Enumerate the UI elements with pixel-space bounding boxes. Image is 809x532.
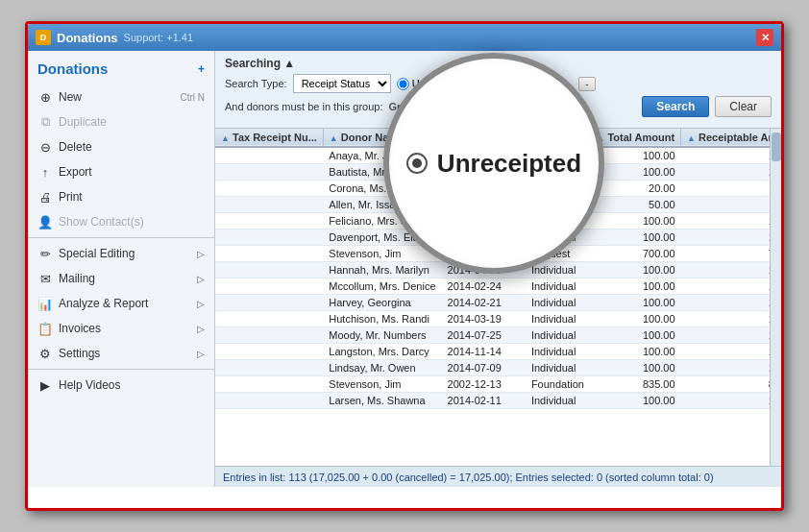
sidebar-item-analyze-report[interactable]: 📊 Analyze & Report ▷ [28,291,214,316]
cell-receiptable: 100.00 [681,164,770,181]
cell-total: 100.00 [590,213,681,230]
cell-tax [215,164,323,181]
sidebar-item-special-editing[interactable]: ✏ Special Editing ▷ [28,241,214,266]
cell-tax [215,344,323,360]
cell-donor: Harvey, Georgina [323,295,441,311]
table-row[interactable]: Larsen, Ms. Shawna 2014-02-11 Individual… [215,393,770,409]
cell-total: 100.00 [590,311,681,327]
cell-total: 20.00 [590,181,681,197]
chevron-right-icon: ▷ [197,299,205,309]
cell-receiptable: 100.00 [681,213,770,230]
sidebar-item-label: Settings [59,347,191,360]
export-icon: ↑ [37,164,53,180]
extra-option-button[interactable]: - [578,77,595,91]
delete-icon: ⊖ [37,139,53,155]
sidebar-item-print[interactable]: 🖨 Print [28,184,214,209]
cell-date: 2014-02-21 [442,295,526,311]
sidebar-item-label: Analyze & Report [59,297,191,310]
magnifier-content: Unreceipted [406,149,581,179]
table-row[interactable]: Harvey, Georgina 2014-02-21 Individual 1… [215,295,770,311]
cell-date: 2002-12-13 [442,376,526,393]
search-type-select[interactable]: Receipt Status [293,74,391,93]
sort-icon: ▲ [687,133,696,143]
contacts-icon: 👤 [37,214,53,230]
cell-donor: Moody, Mr. Numbers [323,327,441,344]
table-row[interactable]: Langston, Mrs. Darcy 2014-11-14 Individu… [215,344,770,360]
cell-total: 100.00 [590,360,681,376]
sidebar-add-icon[interactable]: + [198,62,205,76]
cell-date: 2014-07-09 [442,360,526,376]
cell-tax [215,213,323,230]
support-text: Support: +1.41 [124,32,193,43]
application-window: D Donations Support: +1.41 ✕ Donations +… [25,21,784,511]
cell-tax [215,360,323,376]
cell-date: 2014-03-19 [442,311,526,327]
cell-total: 100.00 [590,262,681,278]
cell-donor: Stevenson, Jim [323,376,441,393]
col-receiptable[interactable]: ▲ Receiptable Amount [681,129,770,147]
close-button[interactable]: ✕ [756,29,773,46]
magnifier-label: Unreceipted [437,149,581,179]
cell-tax [215,393,323,409]
cell-receiptable: 100.00 [681,344,770,360]
invoices-icon: 📋 [37,321,53,336]
vertical-scrollbar[interactable] [770,129,781,466]
sidebar-item-mailing[interactable]: ✉ Mailing ▷ [28,266,214,291]
sidebar-item-label: New [59,90,174,104]
cell-receiptable: 50.00 [681,197,770,213]
cell-date: 2014-02-11 [442,393,526,409]
cell-total: 100.00 [590,344,681,360]
chevron-right-icon: ▷ [197,249,205,259]
sidebar-item-label: Mailing [59,272,191,285]
cell-total: 100.00 [590,278,681,295]
cell-date: 2014-07-25 [442,327,526,344]
sidebar-item-label: Export [59,165,205,179]
cell-tax [215,327,323,344]
help-icon: ▶ [37,377,53,393]
cell-receiptable: 100.00 [681,295,770,311]
new-shortcut: Ctrl N [180,92,205,103]
cell-tax [215,147,323,164]
cell-receiptable: 100.00 [681,311,770,327]
table-row[interactable]: Hutchison, Ms. Randi 2014-03-19 Individu… [215,311,770,327]
sidebar-item-new[interactable]: ⊕ New Ctrl N [28,85,214,109]
sidebar-item-invoices[interactable]: 📋 Invoices ▷ [28,316,214,341]
radio-unreceipted-input[interactable] [397,78,409,90]
magnifier-radio-icon [406,153,428,174]
sidebar-item-settings[interactable]: ⚙ Settings ▷ [28,341,214,366]
cell-tax [215,230,323,246]
col-tax-receipt[interactable]: ▲ Tax Receipt Nu... [215,129,323,147]
search-button[interactable]: Search [642,96,709,117]
sidebar-item-label: Invoices [59,322,191,335]
cell-receiptable: 100.00 [681,262,770,278]
cell-total: 100.00 [590,327,681,344]
sidebar-item-show-contacts: 👤 Show Contact(s) [28,209,214,234]
sidebar-item-label: Show Contact(s) [59,215,205,229]
app-icon: D [36,30,51,45]
sidebar-item-help-videos[interactable]: ▶ Help Videos [28,373,214,398]
cell-total: 100.00 [590,393,681,409]
sort-icon: ▲ [330,133,338,143]
duplicate-icon: ⧉ [37,114,53,130]
cell-total: 100.00 [590,230,681,246]
cell-tax [215,278,323,295]
sidebar-item-delete[interactable]: ⊖ Delete [28,134,214,159]
col-total[interactable]: ▲ Total Amount [590,129,681,147]
cell-type: Foundation [526,376,590,393]
table-row[interactable]: Mccollum, Mrs. Denice 2014-02-24 Individ… [215,278,770,295]
table-row[interactable]: Moody, Mr. Numbers 2014-07-25 Individual… [215,327,770,344]
clear-button[interactable]: Clear [715,96,772,117]
sidebar-divider [28,237,214,238]
cell-type: Individual [526,360,590,376]
new-icon: ⊕ [37,89,53,105]
sidebar-item-export[interactable]: ↑ Export [28,159,214,184]
title-bar: D Donations Support: +1.41 ✕ [28,24,781,51]
cell-date: 2014-02-24 [442,278,526,295]
search-type-label: Search Type: [225,78,287,89]
table-row[interactable]: Lindsay, Mr. Owen 2014-07-09 Individual … [215,360,770,376]
sidebar: Donations + ⊕ New Ctrl N ⧉ Duplicate ⊖ D… [28,51,215,487]
sidebar-item-label: Duplicate [59,115,205,129]
cell-donor: Mccollum, Mrs. Denice [323,278,441,295]
sidebar-item-duplicate: ⧉ Duplicate [28,109,214,134]
table-row[interactable]: Stevenson, Jim 2002-12-13 Foundation 835… [215,376,770,393]
